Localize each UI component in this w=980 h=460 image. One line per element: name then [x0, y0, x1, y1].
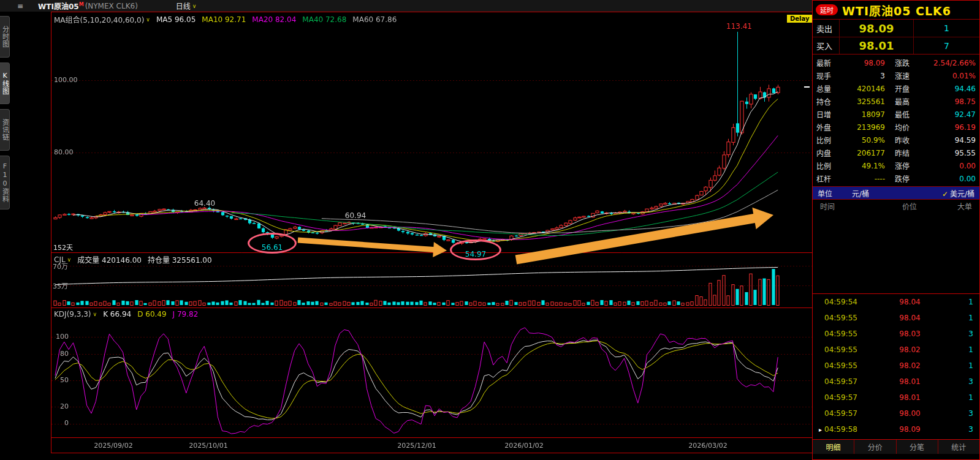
ask-row[interactable]: 卖出 98.09 1	[813, 20, 979, 37]
ma20-value: MA20 82.04	[252, 15, 296, 24]
kdj-y-label: 80	[53, 350, 69, 358]
chevron-down-icon: ∨	[93, 311, 97, 317]
kdj-k-value: K 66.94	[103, 310, 131, 319]
volume-y-label: 70万	[53, 261, 68, 271]
x-axis-date: 2026/01/02	[504, 442, 543, 450]
stat-row: 外盘213969均价96.19	[816, 121, 976, 134]
ma-indicator-selector[interactable]: MA组合(5,10,20,40,60,0) ∨	[54, 14, 150, 25]
chart-area: MA组合(5,10,20,40,60,0) ∨ MA5 96.05 MA10 9…	[51, 12, 813, 453]
tab-detail[interactable]: 明细	[813, 440, 854, 454]
days-count-label: 152天	[53, 242, 73, 252]
quote-panel: 延时 WTI原油05 CLK6 卖出 98.09 1 买入 98.01 7 最新…	[812, 0, 980, 460]
period-selector[interactable]: 日线 ∨	[176, 1, 197, 11]
ma60-value: MA60 67.86	[352, 15, 397, 24]
stat-row: 总量420146开盘94.46	[816, 82, 976, 95]
stat-row: 杠杆----跌停0.00	[816, 172, 976, 185]
stat-row: 日增18097最低92.47	[816, 108, 976, 121]
y-axis-label: 80.00	[54, 148, 74, 156]
trade-row: 04:59:5798.011	[813, 390, 979, 405]
chevron-down-icon: ∨	[146, 17, 150, 23]
trade-row: 04:59:5798.013	[813, 374, 979, 390]
unit-cny-option[interactable]: 元/桶	[852, 188, 869, 198]
trade-row: 04:59:5598.041	[813, 310, 979, 326]
volume-value: 成交量 420146.00	[77, 254, 142, 265]
bid-label: 买入	[813, 37, 840, 54]
delay-badge: Delay	[787, 15, 812, 23]
volume-legend: CJL ∨ 成交量 420146.00 持仓量 325561.00	[54, 254, 212, 265]
stat-row: 最新98.09涨跌2.54/2.66%	[816, 56, 976, 69]
unit-row: 单位 元/桶 ✓美元/桶	[813, 186, 979, 200]
stat-row: 现手3涨速0.01%	[816, 69, 976, 82]
tab-tick[interactable]: 分笔	[897, 440, 938, 454]
peak-label-1: 64.40	[188, 199, 222, 208]
trade-row: 04:59:5798.003	[813, 405, 979, 421]
kdj-y-label: 50	[53, 376, 69, 384]
tab-stats[interactable]: 统计	[938, 440, 979, 454]
ma40-value: MA40 72.68	[302, 15, 346, 24]
trade-list: 04:59:5498.041 04:59:5598.041 04:59:5598…	[813, 294, 979, 437]
kdj-indicator-selector[interactable]: KDJ(9,3,3) ∨	[54, 310, 97, 319]
list-header: 时间 价位 大单	[813, 200, 979, 212]
tab-price-dist[interactable]: 分价	[854, 440, 896, 454]
menu-icon[interactable]: ≡	[17, 2, 23, 10]
trade-row: ▸04:59:5898.093	[813, 421, 979, 437]
ma10-value: MA10 92.71	[202, 15, 246, 24]
unit-usd-option[interactable]: ✓美元/桶	[942, 188, 974, 198]
quote-panel-header: 延时 WTI原油05 CLK6	[813, 1, 979, 19]
x-axis-date: 2026/03/02	[688, 442, 727, 450]
volume-y-label: 35万	[53, 281, 68, 290]
x-axis-date: 2025/12/01	[397, 442, 436, 450]
highlight-circle-1	[248, 233, 297, 254]
spike-high-label: 113.41	[721, 22, 758, 31]
quote-stats: 最新98.09涨跌2.54/2.66% 现手3涨速0.01% 总量420146开…	[813, 55, 979, 186]
bid-ask-block: 卖出 98.09 1 买入 98.01 7	[813, 19, 979, 55]
stat-row: 比例50.9%昨收94.59	[816, 134, 976, 146]
ask-label: 卖出	[813, 20, 840, 37]
sidebar-item-news[interactable]: 资讯链	[0, 109, 10, 151]
kline-canvas[interactable]	[51, 12, 812, 437]
kdj-y-label: 20	[53, 402, 69, 410]
sidebar-item-f10[interactable]: F10资料	[0, 156, 10, 209]
bid-qty: 7	[913, 37, 979, 54]
bid-row[interactable]: 买入 98.01 7	[813, 37, 979, 54]
sidebar-item-time-chart[interactable]: 分时图	[0, 16, 10, 58]
ma-legend: MA组合(5,10,20,40,60,0) ∨ MA5 96.05 MA10 9…	[54, 14, 397, 25]
peak-label-2: 60.94	[338, 211, 373, 220]
kdj-legend: KDJ(9,3,3) ∨ K 66.94 D 60.49 J 79.82	[54, 310, 198, 319]
ask-qty: 1	[913, 20, 979, 37]
exchange-label: (NYMEX CLK6)	[85, 2, 138, 10]
kdj-d-value: D 60.49	[137, 310, 166, 319]
ma5-value: MA5 96.05	[156, 15, 196, 24]
stat-row: 持仓325561最高98.75	[816, 95, 976, 108]
ask-price: 98.09	[840, 20, 913, 37]
open-interest-value: 持仓量 325561.00	[148, 254, 212, 265]
sidebar-item-kline-chart[interactable]: K线图	[0, 62, 10, 104]
trade-row: 04:59:5498.041	[813, 294, 979, 310]
x-axis: 2025/09/02 2025/10/01 2025/12/01 2026/01…	[51, 437, 812, 453]
x-axis-date: 2025/09/02	[94, 442, 132, 450]
big-orders-list	[813, 212, 979, 294]
trade-row: 04:59:5598.033	[813, 326, 979, 342]
quote-tabs: 明细 分价 分笔 统计	[813, 439, 979, 454]
chevron-down-icon: ∨	[192, 3, 197, 9]
bid-price: 98.01	[840, 37, 913, 54]
last-price-tick	[804, 86, 810, 88]
x-axis-date: 2025/10/01	[189, 442, 227, 450]
contract-title: WTI原油05 CLK6	[842, 2, 951, 18]
delay-pill: 延时	[816, 4, 838, 15]
check-icon: ✓	[942, 190, 948, 198]
unit-label: 单位	[818, 188, 832, 198]
highlight-circle-2	[450, 239, 501, 260]
symbol-title: WTI原油05M	[38, 1, 84, 11]
trade-row: 04:59:5598.021	[813, 342, 979, 358]
trade-row: 04:59:5598.021	[813, 358, 979, 374]
delay-mark: M	[79, 2, 84, 7]
y-axis-label: 100.00	[54, 76, 78, 84]
top-bar: ≡ WTI原油05M (NYMEX CLK6) 日线 ∨	[0, 0, 812, 12]
kdj-y-label: 100	[53, 333, 69, 341]
stat-row: 内盘206177昨结95.55	[816, 146, 976, 159]
kdj-j-value: J 79.82	[173, 310, 199, 319]
kdj-y-label: 0	[53, 419, 69, 427]
stat-row: 比例49.1%涨停0.00	[816, 159, 976, 172]
